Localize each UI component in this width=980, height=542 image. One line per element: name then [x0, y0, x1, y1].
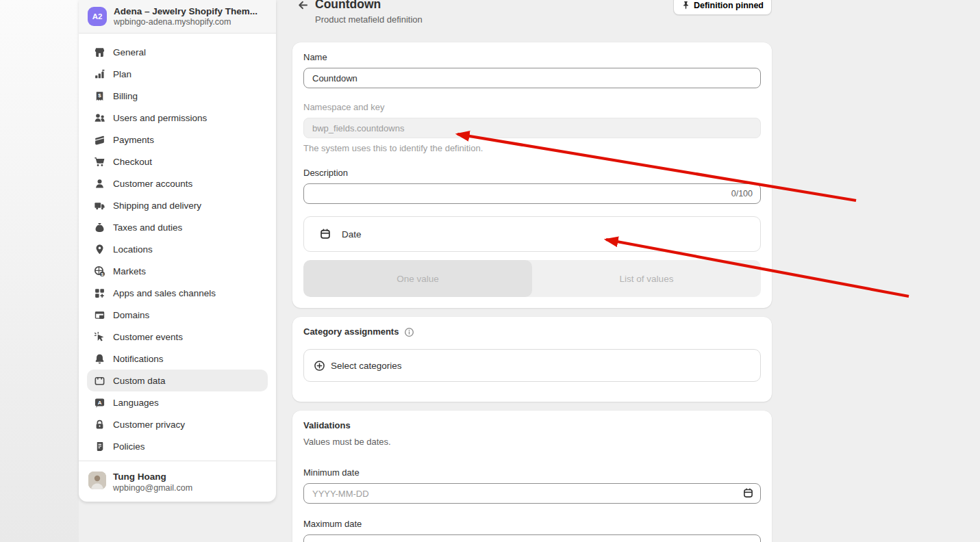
customer-events-cursor-icon	[94, 331, 105, 343]
sidebar-item-checkout[interactable]: Checkout	[87, 151, 268, 172]
policies-document-icon	[94, 441, 105, 452]
payments-icon	[94, 134, 105, 146]
sidebar-item-label: Checkout	[113, 157, 152, 167]
cardinality-segmented-control: One value List of values	[303, 260, 761, 297]
users-icon	[94, 112, 105, 124]
content-type-label: Date	[342, 229, 362, 240]
name-label: Name	[303, 52, 761, 63]
sidebar-item-plan[interactable]: Plan	[87, 63, 268, 85]
sidebar-item-label: General	[113, 47, 146, 57]
shipping-truck-icon	[94, 200, 105, 211]
segment-one-value: One value	[303, 260, 532, 297]
domains-browser-icon	[94, 309, 105, 321]
sidebar-item-label: Notifications	[113, 354, 164, 364]
custom-data-icon	[94, 375, 105, 387]
page-subtitle: Product metafield definition	[315, 14, 423, 25]
markets-globe-icon: $	[94, 266, 105, 277]
sidebar-item-label: Customer privacy	[113, 420, 185, 430]
user-email: wpbingo@gmail.com	[113, 482, 192, 493]
page-header: Countdown Product metafield definition	[297, 0, 423, 25]
sidebar-item-label: Users and permissions	[113, 113, 207, 123]
content-type-row: Date	[303, 216, 761, 252]
maximum-date-input[interactable]	[303, 534, 761, 542]
plus-circle-icon	[314, 360, 325, 372]
sidebar-item-taxes-and-duties[interactable]: Taxes and duties	[87, 216, 268, 238]
sidebar-item-customer-privacy[interactable]: Customer privacy	[87, 413, 268, 435]
calendar-icon[interactable]	[742, 487, 754, 499]
store-icon	[94, 47, 105, 58]
namespace-label: Namespace and key	[303, 102, 761, 113]
sidebar-item-customer-events[interactable]: Customer events	[87, 326, 268, 348]
minimum-date-input[interactable]	[303, 483, 761, 504]
sidebar-item-label: Custom data	[113, 376, 166, 386]
sidebar-item-payments[interactable]: Payments	[87, 129, 268, 151]
sidebar-item-languages[interactable]: ALanguages	[87, 391, 268, 413]
apps-grid-icon	[94, 287, 105, 299]
sidebar-item-label: Payments	[113, 135, 154, 145]
sidebar-item-label: Apps and sales channels	[113, 288, 216, 298]
sidebar-item-customer-accounts[interactable]: Customer accounts	[87, 172, 268, 194]
minimum-date-label: Minimum date	[303, 467, 761, 478]
sidebar-item-users-and-permissions[interactable]: Users and permissions	[87, 107, 268, 129]
description-label: Description	[303, 168, 761, 179]
sidebar-item-label: Languages	[113, 398, 159, 408]
category-assignments-title: Category assignments	[303, 326, 399, 337]
category-assignments-card: Category assignments Select categories	[292, 317, 772, 402]
namespace-help-text: The system uses this to identify the def…	[303, 143, 761, 153]
sidebar-item-markets[interactable]: $Markets	[87, 260, 268, 282]
definition-card: Name Namespace and key The system uses t…	[292, 42, 772, 308]
sidebar-item-custom-data[interactable]: Custom data	[87, 370, 268, 391]
user-name: Tung Hoang	[113, 472, 192, 482]
sidebar-item-label: Markets	[113, 266, 146, 276]
info-icon[interactable]	[404, 327, 414, 337]
main-content: Countdown Product metafield definition D…	[276, 0, 980, 542]
sidebar-item-apps-and-sales-channels[interactable]: Apps and sales channels	[87, 282, 268, 304]
pin-icon	[681, 1, 690, 10]
languages-icon: A	[94, 397, 105, 409]
location-pin-icon	[94, 244, 105, 255]
validations-title: Validations	[303, 420, 761, 431]
svg-text:$: $	[98, 92, 101, 98]
maximum-date-label: Maximum date	[303, 519, 761, 530]
store-switcher[interactable]: A2 Adena – Jewelry Shopify Them... wpbin…	[79, 0, 276, 34]
sidebar-item-domains[interactable]: Domains	[87, 304, 268, 326]
validations-card: Validations Values must be dates. Minimu…	[292, 411, 772, 542]
sidebar-item-locations[interactable]: Locations	[87, 238, 268, 260]
namespace-input	[303, 118, 761, 138]
checkout-cart-icon	[94, 156, 105, 168]
settings-page: { "store": { "initials": "A2", "name": "…	[0, 0, 980, 542]
settings-nav: GeneralPlan$BillingUsers and permissions…	[79, 34, 276, 461]
back-arrow-icon[interactable]	[297, 0, 309, 11]
sidebar-item-label: Customer events	[113, 332, 183, 342]
sidebar-item-policies[interactable]: Policies	[87, 435, 268, 457]
sidebar-item-shipping-and-delivery[interactable]: Shipping and delivery	[87, 194, 268, 216]
calendar-icon	[319, 228, 331, 240]
privacy-lock-icon	[94, 419, 105, 430]
svg-text:A: A	[98, 400, 102, 406]
sidebar-item-label: Customer accounts	[113, 179, 192, 189]
store-name: Adena – Jewelry Shopify Them...	[114, 6, 257, 17]
sidebar-item-label: Taxes and duties	[113, 222, 182, 233]
plan-icon	[94, 68, 105, 80]
sidebar-item-billing[interactable]: $Billing	[87, 85, 268, 107]
notifications-bell-icon	[94, 353, 105, 365]
taxes-moneybag-icon	[94, 222, 105, 233]
sidebar-item-label: Domains	[113, 310, 149, 320]
name-input[interactable]	[303, 68, 761, 88]
select-categories-button[interactable]: Select categories	[303, 349, 761, 382]
definition-pinned-button[interactable]: Definition pinned	[673, 0, 772, 15]
store-domain: wpbingo-adena.myshopify.com	[114, 17, 257, 27]
backdrop-left	[0, 0, 79, 542]
account-footer: Tung Hoang wpbingo@gmail.com	[79, 461, 276, 502]
sidebar-item-notifications[interactable]: Notifications	[87, 348, 268, 370]
validations-subtitle: Values must be dates.	[303, 437, 761, 447]
sidebar-item-general[interactable]: General	[87, 41, 268, 63]
sidebar-item-label: Policies	[113, 441, 145, 452]
user-avatar	[88, 472, 106, 489]
page-title: Countdown	[315, 0, 423, 11]
sidebar-item-label: Billing	[113, 91, 138, 101]
store-avatar: A2	[88, 7, 107, 26]
description-input[interactable]	[303, 183, 761, 204]
billing-icon: $	[94, 90, 105, 102]
customer-accounts-icon	[94, 178, 105, 190]
